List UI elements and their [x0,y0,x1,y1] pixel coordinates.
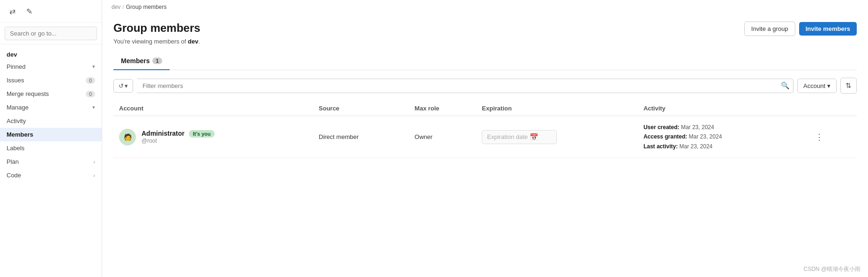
sidebar-item-issues[interactable]: Issues 0 [0,73,102,87]
sidebar-item-label: Merge requests [7,90,49,97]
sidebar-item-members[interactable]: Members [0,128,102,141]
sidebar-item-label: Labels [7,145,24,152]
sidebar-item-code[interactable]: Code › [0,168,102,182]
chevron-down-icon: ▾ [92,64,95,70]
sidebar-item-merge-requests[interactable]: Merge requests 0 [0,87,102,101]
sidebar-item-label: Members [7,131,33,138]
sidebar-item-label: Activity [7,117,26,124]
activity-access-granted-date: Mar 23, 2024 [689,133,722,140]
member-expiration-cell: Expiration date 📅 [476,116,638,158]
table-row: 🧑 Administrator It's you @root Dir [113,116,857,158]
member-name: Administrator [142,130,185,137]
avatar: 🧑 [119,129,136,146]
account-filter-chevron-icon: ▾ [827,82,831,89]
breadcrumb-parent[interactable]: dev [112,4,120,10]
invite-members-button[interactable]: Invite members [799,22,857,36]
sidebar-top-bar: ⇄ ✎ [0,0,102,23]
activity-access-granted-label: Access granted: [644,133,687,140]
members-table: Account Source Max role Expiration Activ… [113,101,857,158]
calendar-icon: 📅 [530,133,539,141]
its-you-badge: It's you [189,130,214,138]
sidebar-item-manage[interactable]: Manage ▾ [0,101,102,114]
sidebar-item-labels[interactable]: Labels [0,141,102,155]
breadcrumb-separator: / [122,4,124,10]
member-source-cell: Direct member [313,116,409,158]
main-content: dev / Group members Group members Invite… [102,0,868,277]
tabs-bar: Members 1 [113,52,857,70]
watermark: CSDN @晴湖今夜小雨 [803,265,861,273]
activity-last-activity-label: Last activity: [644,143,678,150]
sidebar-search-area [0,23,102,44]
sidebar-item-label: Plan [7,158,19,165]
edit-icon[interactable]: ✎ [22,5,36,18]
expiration-input[interactable]: Expiration date 📅 [482,130,557,144]
sidebar-group-label: dev [0,46,102,60]
activity-last-activity-date: Mar 23, 2024 [680,143,713,150]
breadcrumb-current: Group members [126,4,167,10]
sidebar-item-plan[interactable]: Plan › [0,155,102,168]
filter-members-input[interactable] [137,79,793,93]
history-chevron-icon: ▾ [125,82,128,89]
activity-last-activity: Last activity: Mar 23, 2024 [644,142,800,151]
chevron-right-icon: › [93,159,95,165]
account-filter-button[interactable]: Account ▾ [797,79,837,93]
page-content: Group members Invite a group Invite memb… [102,14,868,277]
tab-members-label: Members [121,57,150,65]
search-input[interactable] [5,27,97,40]
page-header: Group members Invite a group Invite memb… [113,22,857,36]
account-filter-label: Account [803,82,825,89]
sort-button[interactable]: ⇅ [840,78,857,94]
sidebar-item-label: Manage [7,104,29,111]
activity-user-created-label: User created: [644,124,680,131]
merge-requests-badge: 0 [86,91,95,97]
activity-user-created: User created: Mar 23, 2024 [644,123,800,132]
sidebar-item-label: Issues [7,77,24,84]
sidebar-item-label: Code [7,172,21,179]
filter-history-button[interactable]: ↺ ▾ [113,79,133,93]
col-account: Account [113,101,313,116]
search-icon[interactable]: 🔍 [781,81,790,90]
chevron-down-icon: ▾ [92,104,95,110]
member-handle: @root [142,138,215,144]
filter-row: ↺ ▾ 🔍 Account ▾ ⇅ [113,78,857,94]
member-account-cell: 🧑 Administrator It's you @root [113,116,313,158]
sidebar: ⇄ ✎ dev Pinned ▾ Issues 0 Merge requests… [0,0,102,277]
sidebar-item-activity[interactable]: Activity [0,114,102,128]
history-icon: ↺ [119,82,124,89]
col-activity: Activity [638,101,806,116]
breadcrumb: dev / Group members [102,0,868,14]
invite-group-button[interactable]: Invite a group [744,22,795,36]
filter-input-wrap: 🔍 [137,79,793,93]
activity-user-created-date: Mar 23, 2024 [681,124,714,131]
tab-members[interactable]: Members 1 [113,52,170,70]
chevron-right-icon: › [93,173,95,178]
col-max-role: Max role [409,101,477,116]
sidebar-nav: dev Pinned ▾ Issues 0 Merge requests 0 M… [0,44,102,277]
member-role-cell: Owner [409,116,477,158]
header-actions: Invite a group Invite members [744,22,857,36]
col-actions [806,101,857,116]
member-name-row: Administrator It's you [142,130,215,138]
group-name-bold: dev [188,38,198,45]
tab-members-count: 1 [152,58,162,64]
member-activity-cell: User created: Mar 23, 2024 Access grante… [638,116,806,158]
page-title: Group members [113,22,200,35]
sort-icon: ⇅ [846,81,852,89]
sidebar-item-label: Pinned [7,63,25,70]
expiration-placeholder: Expiration date [487,133,528,140]
sidebar-item-pinned[interactable]: Pinned ▾ [0,60,102,73]
issues-badge: 0 [86,77,95,84]
col-expiration: Expiration [476,101,638,116]
page-subtitle: You're viewing members of dev. [113,38,857,45]
activity-access-granted: Access granted: Mar 23, 2024 [644,132,800,141]
merge-request-icon[interactable]: ⇄ [6,5,19,18]
member-actions-cell: ⋮ [806,116,857,158]
col-source: Source [313,101,409,116]
more-actions-button[interactable]: ⋮ [811,130,827,144]
